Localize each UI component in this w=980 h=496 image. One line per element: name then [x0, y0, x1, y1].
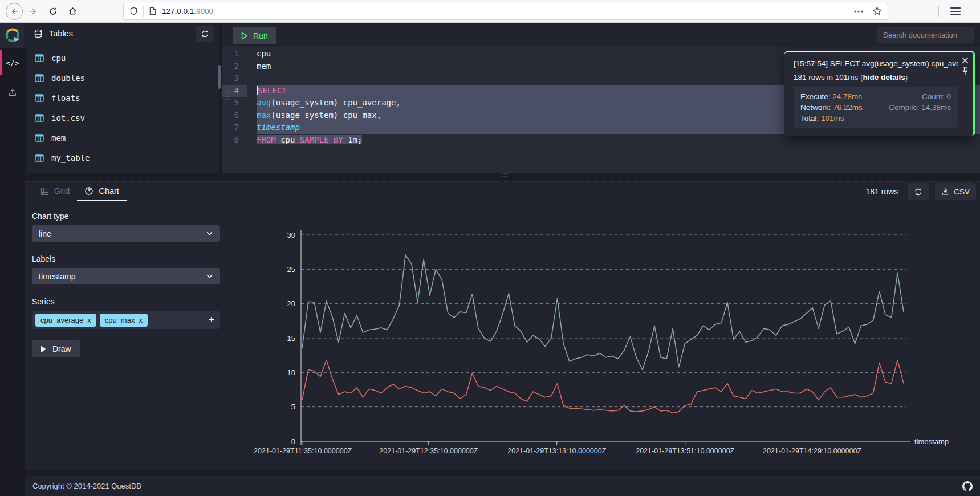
pin-icon[interactable] [962, 67, 969, 75]
svg-text:30: 30 [287, 231, 295, 239]
shield-icon[interactable] [129, 7, 138, 15]
labels-value: timestamp [39, 272, 76, 281]
table-name: floats [51, 93, 80, 103]
line-number: 3 [222, 72, 247, 85]
bookmark-star-icon[interactable] [872, 6, 882, 16]
network-time: 76.22ms [833, 103, 863, 112]
rows-count: 181 rows [865, 187, 898, 196]
chart-type-select[interactable]: line [32, 225, 220, 242]
remove-chip-icon[interactable]: x [139, 316, 143, 324]
refresh-icon [201, 30, 209, 38]
browser-forward-button[interactable] [25, 3, 42, 20]
line-number: 8 [222, 134, 247, 147]
svg-text:20: 20 [287, 299, 295, 308]
count-value: 0 [946, 92, 951, 101]
chart-config: Chart type line Labels timestamp Series … [32, 212, 220, 357]
svg-text:25: 25 [287, 265, 295, 274]
refresh-icon [914, 188, 922, 196]
line-number: 2 [222, 60, 247, 73]
table-name: my_table [51, 153, 90, 162]
svg-text:0: 0 [291, 437, 295, 446]
run-button[interactable]: Run [233, 27, 276, 44]
chart-type-label: Chart type [32, 212, 220, 221]
results-refresh-button[interactable] [908, 183, 929, 200]
table-item-cpu[interactable]: cpu [26, 48, 219, 68]
import-nav-item[interactable] [0, 78, 25, 107]
svg-text:2021-01-29T11:35:10.000000Z: 2021-01-29T11:35:10.000000Z [254, 447, 352, 455]
notification-title: [15:57:54] SELECT avg(usage_system) cpu_… [794, 59, 958, 68]
browser-home-button[interactable] [64, 3, 81, 20]
pie-chart-icon [84, 186, 93, 196]
url-host: 127.0.0.1 [162, 7, 194, 15]
table-icon [35, 134, 44, 142]
svg-text:15: 15 [287, 334, 295, 343]
sidebar-scrollbar[interactable] [218, 65, 221, 89]
play-icon [40, 345, 47, 353]
svg-text:2021-01-29T14:29:10.000000Z: 2021-01-29T14:29:10.000000Z [763, 447, 861, 455]
series-chip[interactable]: cpu_maxx [100, 314, 148, 327]
remove-chip-icon[interactable]: x [87, 316, 91, 324]
url-separator [143, 6, 144, 17]
labels-select[interactable]: timestamp [32, 268, 220, 284]
questdb-logo[interactable] [0, 23, 25, 48]
total-time: 101ms [821, 114, 844, 123]
arrow-left-icon [10, 7, 19, 16]
url-text: 127.0.0.1:9000 [162, 7, 213, 15]
screen: 127.0.0.1:9000 [0, 0, 980, 496]
url-bar[interactable]: 127.0.0.1:9000 [123, 3, 888, 20]
tab-chart-label: Chart [99, 186, 119, 196]
table-name: iot.csv [51, 113, 85, 123]
run-label: Run [253, 31, 268, 40]
github-icon[interactable] [962, 481, 973, 491]
results-panel: Grid Chart 181 rows CSV [25, 181, 980, 470]
svg-text:2021-01-29T12:35:10.000000Z: 2021-01-29T12:35:10.000000Z [379, 447, 478, 455]
active-indicator [0, 50, 2, 75]
url-port: :9000 [194, 7, 213, 15]
tables-header: Tables [26, 23, 219, 44]
tab-chart[interactable]: Chart [77, 182, 126, 200]
table-icon [35, 74, 44, 82]
table-list: cpudoublesfloatsiot.csvmemmy_table [26, 44, 219, 168]
sql-console-nav-item[interactable]: </> [0, 48, 25, 78]
table-item-iot.csv[interactable]: iot.csv [26, 108, 219, 128]
table-icon [35, 154, 44, 162]
chevron-down-icon [206, 230, 213, 237]
menu-hamburger-icon[interactable] [947, 3, 964, 20]
csv-download-button[interactable]: CSV [935, 183, 976, 200]
series-chip[interactable]: cpu_averagex [35, 314, 96, 327]
chart-type-value: line [39, 229, 51, 238]
hide-details-link[interactable]: hide details [863, 73, 905, 82]
arrow-right-icon [29, 7, 38, 16]
search-documentation-input[interactable] [877, 27, 974, 43]
splitter-handle[interactable] [500, 173, 509, 178]
copyright-text: Copyright © 2014-2021 QuestDB [32, 482, 141, 490]
table-icon [35, 114, 44, 122]
tables-refresh-button[interactable] [196, 26, 214, 42]
labels-label: Labels [32, 254, 220, 263]
svg-text:5: 5 [291, 403, 295, 411]
grid-icon [40, 187, 49, 196]
questdb-console: </> Tables cpudoublesfloatsiot.csvmemmy_… [0, 23, 980, 496]
left-rail: </> [0, 23, 25, 496]
compile-time: 14.38ms [921, 103, 951, 112]
svg-text:timestamp: timestamp [914, 437, 949, 446]
tab-grid[interactable]: Grid [33, 182, 77, 200]
table-icon [35, 94, 44, 102]
browser-back-button[interactable] [6, 3, 23, 20]
add-series-button[interactable]: + [208, 315, 214, 325]
page-actions-icon[interactable] [854, 10, 863, 13]
line-number: 6 [222, 109, 247, 122]
draw-label: Draw [52, 344, 71, 353]
page-icon[interactable] [149, 7, 157, 15]
table-item-mem[interactable]: mem [26, 128, 219, 148]
draw-button[interactable]: Draw [32, 340, 80, 357]
browser-reload-button[interactable] [44, 3, 62, 20]
chevron-down-icon [206, 273, 213, 280]
series-input[interactable]: cpu_averagexcpu_maxx+ [32, 311, 220, 329]
browser-toolbar: 127.0.0.1:9000 [0, 0, 980, 23]
table-item-floats[interactable]: floats [26, 88, 219, 108]
table-item-my_table[interactable]: my_table [26, 148, 219, 168]
table-item-doubles[interactable]: doubles [26, 68, 219, 88]
close-icon[interactable] [962, 57, 969, 64]
pane-resize-handle[interactable] [225, 92, 230, 101]
